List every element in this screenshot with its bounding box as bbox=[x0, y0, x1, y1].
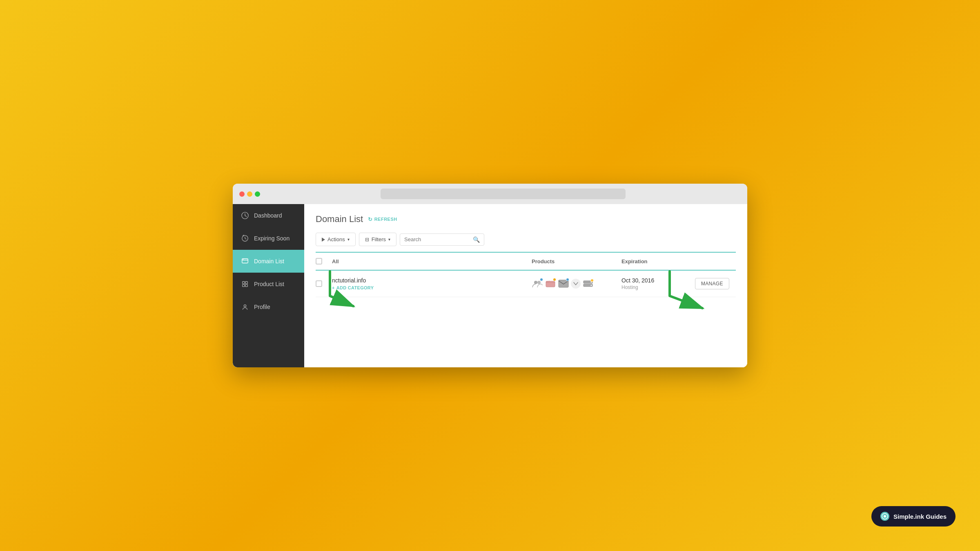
minimize-button[interactable] bbox=[247, 191, 252, 197]
sidebar-label-product-list: Product List bbox=[254, 281, 284, 287]
plus-icon: + bbox=[332, 285, 335, 290]
svg-rect-5 bbox=[245, 282, 247, 284]
expiration-type: Hosting bbox=[621, 284, 695, 290]
svg-point-21 bbox=[884, 515, 886, 518]
svg-rect-11 bbox=[546, 281, 555, 287]
search-box[interactable]: 🔍 bbox=[400, 233, 484, 246]
sidebar-item-domain-list[interactable]: Domain List bbox=[233, 250, 304, 273]
url-bar[interactable] bbox=[381, 189, 626, 199]
sidebar-label-profile: Profile bbox=[254, 304, 270, 310]
close-button[interactable] bbox=[239, 191, 245, 197]
products-column-header: Products bbox=[532, 258, 555, 264]
sidebar-item-expiring-soon[interactable]: Expiring Soon bbox=[233, 227, 304, 250]
actions-label: Actions bbox=[327, 236, 345, 242]
sidebar-label-expiring-soon: Expiring Soon bbox=[254, 235, 290, 242]
search-icon: 🔍 bbox=[473, 236, 480, 243]
domain-name: nctutorial.info bbox=[332, 277, 532, 284]
expiring-soon-icon bbox=[241, 234, 249, 242]
actions-chevron-icon: ▾ bbox=[347, 237, 350, 242]
svg-rect-4 bbox=[243, 282, 245, 284]
product-icon-people bbox=[532, 278, 543, 289]
product-icon-server bbox=[582, 279, 594, 290]
svg-point-3 bbox=[243, 259, 244, 260]
email-dot-badge bbox=[566, 278, 569, 281]
brand-label: Simple.ink Guides bbox=[893, 513, 947, 520]
maximize-button[interactable] bbox=[255, 191, 260, 197]
row-checkbox[interactable] bbox=[316, 280, 322, 287]
svg-point-17 bbox=[591, 285, 592, 286]
refresh-icon: ↻ bbox=[368, 216, 373, 222]
product-expand-icon[interactable] bbox=[571, 279, 581, 289]
page-header: Domain List ↻ REFRESH bbox=[316, 214, 736, 224]
svg-rect-6 bbox=[243, 284, 245, 287]
manage-button[interactable]: MANAGE bbox=[695, 278, 729, 289]
page-title: Domain List bbox=[316, 214, 363, 224]
sidebar-item-dashboard[interactable]: Dashboard bbox=[233, 204, 304, 227]
domain-list-icon bbox=[241, 257, 249, 265]
actions-button[interactable]: Actions ▾ bbox=[316, 233, 356, 246]
profile-icon bbox=[241, 303, 249, 311]
sidebar-label-dashboard: Dashboard bbox=[254, 212, 282, 219]
product-icon-folder bbox=[545, 278, 556, 289]
search-input[interactable] bbox=[404, 236, 470, 242]
svg-point-8 bbox=[244, 305, 246, 307]
orange-dot-badge bbox=[553, 278, 556, 281]
yellow-dot-badge bbox=[590, 279, 594, 282]
all-column-header: All bbox=[332, 258, 339, 264]
refresh-button[interactable]: ↻ REFRESH bbox=[368, 216, 397, 222]
filter-icon: ⊟ bbox=[365, 237, 369, 242]
dashboard-icon bbox=[241, 211, 249, 220]
brand-icon bbox=[880, 512, 889, 521]
filters-button[interactable]: ⊟ Filters ▾ bbox=[359, 233, 396, 246]
play-icon bbox=[322, 238, 325, 242]
svg-point-10 bbox=[537, 281, 541, 284]
expiration-date: Oct 30, 2016 bbox=[621, 277, 695, 284]
filters-label: Filters bbox=[372, 236, 386, 242]
expiration-column-header: Expiration bbox=[621, 258, 648, 264]
product-icon-email bbox=[558, 278, 569, 289]
table-header: All Products Expiration bbox=[316, 253, 736, 271]
refresh-label: REFRESH bbox=[374, 217, 397, 222]
sidebar-item-product-list[interactable]: Product List bbox=[233, 273, 304, 295]
add-category-button[interactable]: + ADD CATEGORY bbox=[332, 285, 532, 290]
blue-dot-badge bbox=[540, 278, 543, 281]
sidebar-item-profile[interactable]: Profile bbox=[233, 295, 304, 318]
domain-table: All Products Expiration bbox=[316, 253, 736, 297]
filters-chevron-icon: ▾ bbox=[388, 237, 390, 242]
table-row: nctutorial.info + ADD CATEGORY bbox=[316, 271, 736, 297]
main-content: Domain List ↻ REFRESH Actions ▾ ⊟ bbox=[304, 204, 747, 367]
product-list-icon bbox=[241, 280, 249, 288]
sidebar-label-domain-list: Domain List bbox=[254, 258, 284, 264]
add-category-label: ADD CATEGORY bbox=[336, 285, 374, 290]
product-icons bbox=[532, 277, 621, 290]
brand-badge: Simple.ink Guides bbox=[871, 506, 956, 527]
toolbar: Actions ▾ ⊟ Filters ▾ 🔍 bbox=[316, 233, 736, 253]
sidebar: Dashboard Expiring Soon bbox=[233, 204, 304, 367]
select-all-checkbox[interactable] bbox=[316, 258, 322, 264]
svg-point-9 bbox=[534, 281, 537, 284]
svg-rect-7 bbox=[245, 284, 247, 287]
